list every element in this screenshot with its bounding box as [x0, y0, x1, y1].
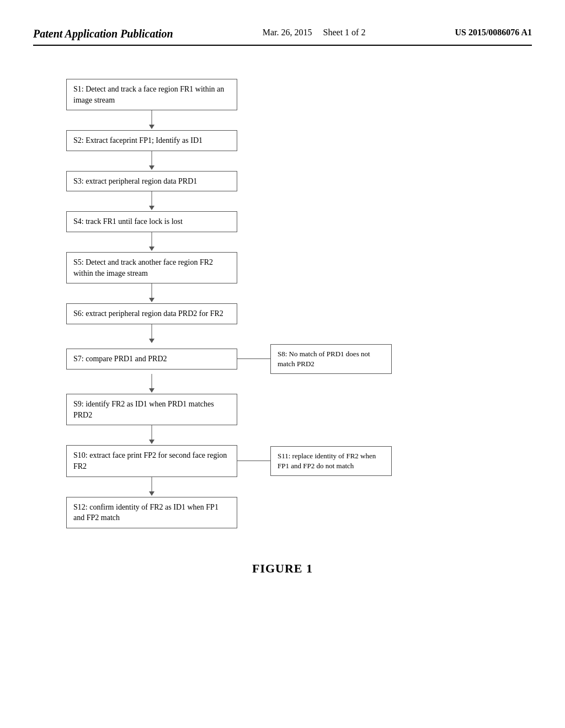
step-s6: S6: extract peripheral region data PRD2 … [66, 303, 237, 324]
arrow-8 [66, 425, 237, 445]
step-s3: S3: extract peripheral region data PRD1 [66, 171, 237, 192]
arrow-5 [66, 283, 237, 303]
arrow-9 [66, 477, 237, 497]
arrow-7 [66, 374, 237, 394]
publication-date: Mar. 26, 2015 [263, 28, 312, 37]
step-s11: S11: replace identity of FR2 when FP1 an… [270, 446, 392, 476]
s11-connector: S11: replace identity of FR2 when FP1 an… [237, 446, 392, 476]
publication-title: Patent Application Publication [33, 28, 173, 40]
publication-sheet: Sheet 1 of 2 [323, 28, 366, 37]
arrow-2 [66, 151, 237, 171]
step-s4: S4: track FR1 until face lock is lost [66, 211, 237, 232]
row-s10-s11: S10: extract face print FP2 for second f… [66, 445, 392, 477]
page: Patent Application Publication Mar. 26, … [0, 0, 565, 728]
side-line-s11 [237, 461, 270, 461]
step-s10: S10: extract face print FP2 for second f… [66, 445, 237, 477]
arrow-3 [66, 191, 237, 211]
step-s5: S5: Detect and track another face region… [66, 252, 237, 283]
step-s12: S12: confirm identity of FR2 as ID1 when… [66, 497, 237, 528]
step-s7: S7: compare PRD1 and PRD2 [66, 349, 237, 370]
step-s8: S8: No match of PRD1 does not match PRD2 [270, 344, 392, 374]
figure-label: FIGURE 1 [33, 561, 532, 576]
step-s2: S2: Extract faceprint FP1; Identify as I… [66, 130, 237, 151]
publication-number: US 2015/0086076 A1 [455, 28, 532, 38]
publication-date-sheet: Mar. 26, 2015 Sheet 1 of 2 [263, 28, 366, 38]
s8-connector: S8: No match of PRD1 does not match PRD2 [237, 344, 392, 374]
arrow-6 [66, 324, 237, 344]
step-s9: S9: identify FR2 as ID1 when PRD1 matche… [66, 394, 237, 425]
arrow-1 [66, 110, 237, 130]
arrow-4 [66, 232, 237, 252]
row-s7-s8: S7: compare PRD1 and PRD2 S8: No match o… [66, 344, 392, 374]
page-header: Patent Application Publication Mar. 26, … [33, 28, 532, 46]
step-s1: S1: Detect and track a face region FR1 w… [66, 79, 237, 110]
flow-chart: S1: Detect and track a face region FR1 w… [66, 79, 392, 528]
side-line-s8 [237, 358, 270, 359]
diagram-area: S1: Detect and track a face region FR1 w… [66, 79, 532, 528]
